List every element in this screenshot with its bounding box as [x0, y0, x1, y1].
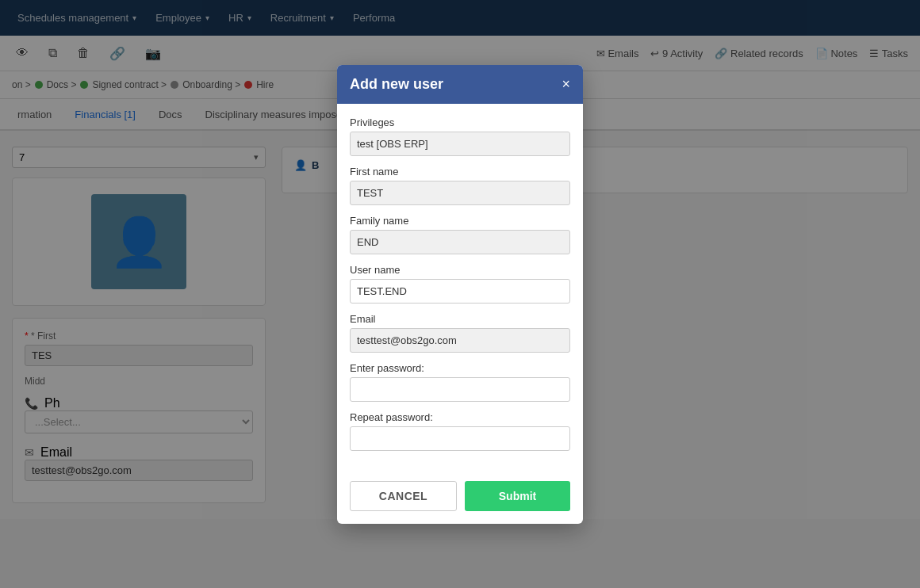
add-new-user-modal: Add new user × Privileges First name Fam… — [337, 65, 583, 524]
email-label: Email — [350, 313, 570, 325]
username-field: User name — [350, 264, 570, 304]
password-input[interactable] — [350, 377, 570, 402]
family-name-field: Family name — [350, 215, 570, 254]
first-name-input[interactable] — [350, 181, 570, 205]
modal-overlay: Add new user × Privileges First name Fam… — [0, 0, 920, 588]
first-name-label: First name — [350, 166, 570, 178]
repeat-password-input[interactable] — [350, 426, 570, 451]
modal-header: Add new user × — [337, 65, 583, 104]
password-field: Enter password: — [350, 362, 570, 402]
submit-button[interactable]: Submit — [465, 481, 570, 511]
email-field: Email — [350, 313, 570, 353]
cancel-button[interactable]: CANCEL — [350, 481, 457, 511]
privileges-field: Privileges — [350, 116, 570, 156]
privileges-label: Privileges — [350, 116, 570, 128]
first-name-field: First name — [350, 166, 570, 205]
modal-footer: CANCEL Submit — [337, 473, 583, 524]
repeat-password-field: Repeat password: — [350, 411, 570, 451]
email-input[interactable] — [350, 328, 570, 353]
privileges-input[interactable] — [350, 132, 570, 156]
password-label: Enter password: — [350, 362, 570, 374]
close-button[interactable]: × — [562, 77, 570, 91]
username-input[interactable] — [350, 279, 570, 304]
modal-body: Privileges First name Family name User n… — [337, 104, 583, 473]
family-name-input[interactable] — [350, 230, 570, 254]
repeat-password-label: Repeat password: — [350, 411, 570, 423]
modal-title: Add new user — [350, 76, 443, 93]
username-label: User name — [350, 264, 570, 276]
family-name-label: Family name — [350, 215, 570, 227]
